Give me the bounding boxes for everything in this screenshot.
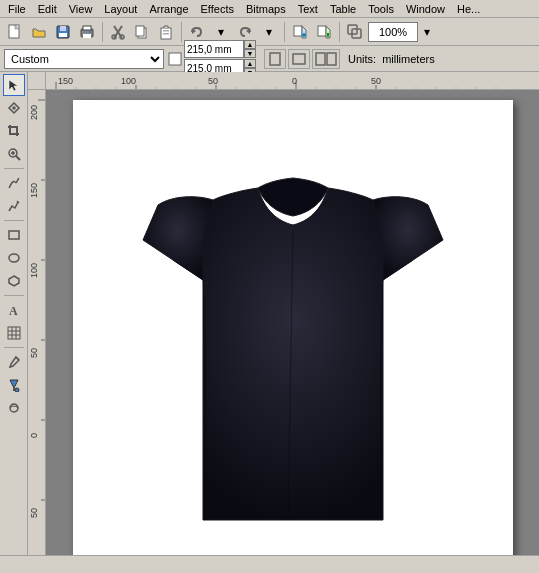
- svg-rect-2: [60, 26, 66, 31]
- fill-tool[interactable]: [3, 374, 25, 396]
- text-tool[interactable]: A: [3, 299, 25, 321]
- page-icon: [168, 52, 182, 66]
- zoom-dropdown-btn[interactable]: ▾: [420, 21, 434, 43]
- copy-button[interactable]: [131, 21, 153, 43]
- svg-rect-3: [59, 33, 67, 37]
- width-down[interactable]: ▼: [244, 49, 256, 58]
- polygon-tool[interactable]: [3, 270, 25, 292]
- page-preset-dropdown[interactable]: Custom: [4, 49, 164, 69]
- ruler-horizontal: 150 100 50 0 50: [46, 72, 539, 90]
- svg-marker-35: [9, 276, 19, 286]
- menu-view[interactable]: View: [63, 0, 99, 17]
- table-tool[interactable]: [3, 322, 25, 344]
- redo-dropdown[interactable]: ▾: [258, 21, 280, 43]
- svg-text:200: 200: [29, 105, 39, 120]
- export-button[interactable]: [313, 21, 335, 43]
- svg-text:50: 50: [208, 76, 218, 86]
- height-up[interactable]: ▲: [244, 59, 256, 68]
- menu-help[interactable]: He...: [451, 0, 486, 17]
- svg-text:100: 100: [121, 76, 136, 86]
- svg-rect-24: [270, 53, 280, 65]
- save-button[interactable]: [52, 21, 74, 43]
- svg-rect-27: [327, 53, 336, 65]
- new-button[interactable]: [4, 21, 26, 43]
- zoom-display-btn[interactable]: [344, 21, 366, 43]
- svg-rect-7: [89, 31, 92, 33]
- menu-tools[interactable]: Tools: [362, 0, 400, 17]
- freehand-tool[interactable]: [3, 172, 25, 194]
- smart-draw-tool[interactable]: [3, 195, 25, 217]
- svg-line-30: [16, 156, 20, 160]
- svg-text:50: 50: [371, 76, 381, 86]
- menu-effects[interactable]: Effects: [195, 0, 240, 17]
- main-toolbar: ▾ ▾ 100% ▾: [0, 18, 539, 46]
- tool-sep-4: [4, 347, 24, 348]
- svg-rect-37: [8, 327, 20, 339]
- svg-rect-23: [169, 53, 181, 65]
- svg-rect-74: [28, 90, 46, 555]
- zoom-input[interactable]: 100%: [368, 22, 418, 42]
- svg-point-43: [15, 388, 19, 392]
- units-value: millimeters: [382, 53, 435, 65]
- menu-bar: File Edit View Layout Arrange Effects Bi…: [0, 0, 539, 18]
- menu-text[interactable]: Text: [292, 0, 324, 17]
- sep-2: [181, 22, 182, 42]
- cut-button[interactable]: [107, 21, 129, 43]
- menu-edit[interactable]: Edit: [32, 0, 63, 17]
- ellipse-tool[interactable]: [3, 247, 25, 269]
- svg-rect-19: [294, 26, 302, 36]
- svg-point-34: [9, 254, 19, 262]
- svg-rect-6: [83, 34, 91, 38]
- select-tool[interactable]: [3, 74, 25, 96]
- sep-3: [284, 22, 285, 42]
- tool-sep-1: [4, 168, 24, 169]
- print-button[interactable]: [76, 21, 98, 43]
- tool-sep-3: [4, 295, 24, 296]
- svg-text:150: 150: [29, 183, 39, 198]
- menu-file[interactable]: File: [2, 0, 32, 17]
- menu-bitmaps[interactable]: Bitmaps: [240, 0, 292, 17]
- svg-rect-33: [9, 231, 19, 239]
- svg-text:50: 50: [29, 348, 39, 358]
- props-bar: Custom 215,0 mm ▲ ▼ 215,0 mm ▲ ▼: [0, 46, 539, 72]
- width-up[interactable]: ▲: [244, 40, 256, 49]
- menu-table[interactable]: Table: [324, 0, 362, 17]
- landscape-btn[interactable]: [288, 49, 310, 69]
- toolbox: A: [0, 72, 28, 555]
- zoom-tool[interactable]: [3, 143, 25, 165]
- svg-text:0: 0: [29, 433, 39, 438]
- svg-text:50: 50: [29, 508, 39, 518]
- main-area: A 150 100: [0, 72, 539, 555]
- svg-text:100: 100: [29, 263, 39, 278]
- svg-rect-26: [316, 53, 325, 65]
- width-input[interactable]: 215,0 mm: [184, 40, 244, 58]
- svg-text:150: 150: [58, 76, 73, 86]
- rectangle-tool[interactable]: [3, 224, 25, 246]
- import-button[interactable]: [289, 21, 311, 43]
- eyedropper-tool[interactable]: [3, 351, 25, 373]
- canvas-area: 150 100 50 0 50: [28, 72, 539, 555]
- ruler-corner: [28, 72, 46, 90]
- page-settings-btn[interactable]: [312, 49, 340, 69]
- view-icons-group: [264, 49, 340, 69]
- tshirt-svg: [113, 140, 473, 540]
- page-canvas: [73, 100, 513, 555]
- svg-point-42: [16, 358, 18, 360]
- sep-1: [102, 22, 103, 42]
- menu-window[interactable]: Window: [400, 0, 451, 17]
- crop-tool[interactable]: [3, 120, 25, 142]
- width-spinner: ▲ ▼: [244, 40, 256, 58]
- tool-sep-2: [4, 220, 24, 221]
- ruler-vertical: 200 150 100 50 0 50: [28, 90, 46, 555]
- node-edit-tool[interactable]: [3, 97, 25, 119]
- svg-rect-25: [293, 54, 305, 64]
- interactive-tool[interactable]: [3, 397, 25, 419]
- portrait-btn[interactable]: [264, 49, 286, 69]
- menu-layout[interactable]: Layout: [98, 0, 143, 17]
- svg-rect-5: [83, 26, 91, 30]
- svg-rect-0: [9, 25, 19, 38]
- open-button[interactable]: [28, 21, 50, 43]
- svg-text:0: 0: [292, 76, 297, 86]
- menu-arrange[interactable]: Arrange: [143, 0, 194, 17]
- status-bar: [0, 555, 539, 573]
